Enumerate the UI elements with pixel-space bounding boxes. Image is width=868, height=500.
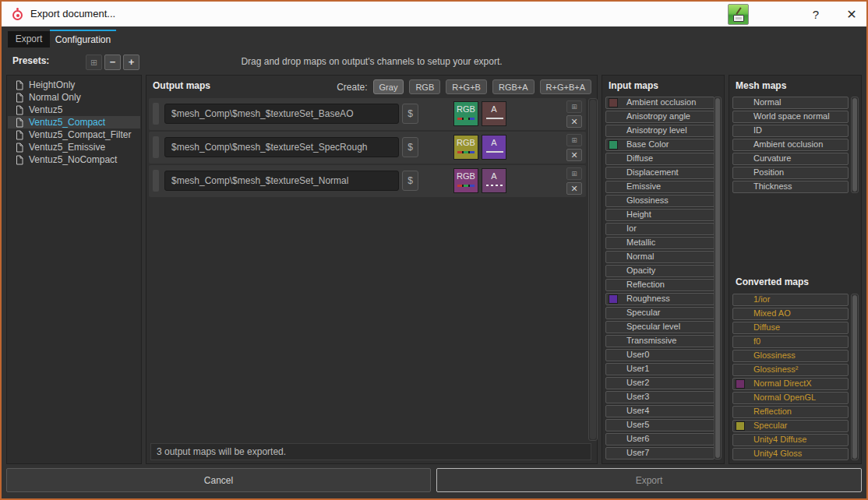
map-item[interactable]: Specular <box>732 420 849 432</box>
map-item[interactable]: Anisotropy angle <box>605 111 715 123</box>
alpha-channel-slot[interactable]: A <box>482 101 506 126</box>
map-item[interactable]: Curvature <box>732 153 849 165</box>
map-item[interactable]: Normal <box>732 97 849 109</box>
map-item[interactable]: Position <box>732 167 849 179</box>
map-item[interactable]: ID <box>732 125 849 137</box>
scrollbar-thumb[interactable] <box>590 100 596 439</box>
map-item[interactable]: Specular level <box>605 321 715 333</box>
rgb-channel-slot[interactable]: RGB <box>453 101 478 126</box>
map-item[interactable]: Normal DirectX <box>732 378 849 390</box>
map-item[interactable]: User3 <box>605 391 715 403</box>
output-path-input[interactable] <box>164 171 399 191</box>
scrollbar-thumb[interactable] <box>852 98 857 192</box>
delete-output-button[interactable]: ✕ <box>566 182 582 195</box>
preset-item[interactable]: HeightOnly <box>8 79 140 91</box>
map-item[interactable]: Normal <box>605 251 715 263</box>
scrollbar-thumb[interactable] <box>715 98 720 458</box>
map-item[interactable]: User5 <box>605 419 715 431</box>
output-path-input[interactable] <box>164 104 399 124</box>
rgb-channel-slot[interactable]: RGB <box>453 135 478 160</box>
map-item[interactable]: User7 <box>605 447 715 460</box>
drag-drop-hint: Drag and drop maps on output's channels … <box>146 56 598 67</box>
map-item[interactable]: Normal OpenGL <box>732 392 849 404</box>
map-item[interactable]: Mixed AO <box>732 308 849 320</box>
delete-output-button[interactable]: ✕ <box>566 149 582 161</box>
window-edit-icon[interactable] <box>728 4 749 25</box>
map-item[interactable]: Ambient occlusion <box>605 97 715 109</box>
add-preset-button[interactable]: + <box>123 55 139 70</box>
input-maps-scrollbar[interactable] <box>714 97 722 460</box>
alpha-channel-slot[interactable]: A <box>482 168 506 193</box>
map-item[interactable]: Thickness <box>732 181 849 193</box>
window-title: Export document... <box>30 2 115 26</box>
help-button[interactable]: ? <box>803 2 829 26</box>
drag-handle[interactable] <box>153 170 159 192</box>
map-item[interactable]: User2 <box>605 377 715 389</box>
map-label: Reflection <box>753 407 792 416</box>
map-item[interactable]: Metallic <box>605 237 715 249</box>
mesh-maps-scrollbar[interactable] <box>851 97 859 193</box>
output-scrollbar[interactable] <box>588 98 598 441</box>
tab-configuration[interactable]: Configuration <box>50 30 116 48</box>
converted-maps-scrollbar[interactable] <box>851 294 859 460</box>
map-item[interactable]: Reflection <box>732 406 849 418</box>
map-item[interactable]: Diffuse <box>605 153 715 165</box>
preset-item[interactable]: Ventuz5_NoCompact <box>8 153 140 166</box>
map-item[interactable]: Ambient occlusion <box>732 139 849 151</box>
export-button[interactable]: Export <box>436 468 862 492</box>
delete-output-button[interactable]: ✕ <box>566 115 582 128</box>
pattern-variable-button[interactable]: $ <box>402 104 418 124</box>
tab-export[interactable]: Export <box>8 31 50 48</box>
preset-item[interactable]: Ventuz5_Compact_Filter <box>8 129 140 141</box>
create-gray-button[interactable]: Gray <box>373 79 404 94</box>
create-rgb-button[interactable]: RGB <box>409 79 440 94</box>
map-item[interactable]: Glossiness <box>605 195 715 207</box>
preset-item[interactable]: Normal Only <box>8 91 140 104</box>
map-item[interactable]: Unity4 Gloss <box>732 448 849 460</box>
rgb-stripe-icon <box>457 185 475 187</box>
map-item[interactable]: User4 <box>605 405 715 417</box>
create-rgba-button[interactable]: RGB+A <box>492 79 535 94</box>
duplicate-output-button[interactable]: ⊞ <box>566 100 582 113</box>
map-item[interactable]: User1 <box>605 363 715 375</box>
cancel-button[interactable]: Cancel <box>6 468 431 492</box>
map-item[interactable]: Displacement <box>605 167 715 179</box>
map-item[interactable]: Unity4 Diffuse <box>732 434 849 446</box>
duplicate-output-button[interactable]: ⊞ <box>566 134 582 146</box>
preset-item[interactable]: Ventuz5_Emissive <box>8 141 140 153</box>
map-item[interactable]: f0 <box>732 336 849 348</box>
pattern-variable-button[interactable]: $ <box>402 137 418 157</box>
create-rgba-button[interactable]: R+G+B+A <box>540 79 591 94</box>
map-item[interactable]: Diffuse <box>732 322 849 334</box>
map-item[interactable]: World space normal <box>732 111 849 123</box>
map-item[interactable]: Height <box>605 209 715 221</box>
drag-handle[interactable] <box>153 136 159 158</box>
map-item[interactable]: Opacity <box>605 265 715 277</box>
duplicate-preset-button[interactable]: ⊞ <box>86 55 102 70</box>
map-item[interactable]: Base Color <box>605 139 715 151</box>
alpha-channel-slot[interactable]: A <box>482 135 506 160</box>
create-rgb-button[interactable]: R+G+B <box>446 79 487 94</box>
drag-handle[interactable] <box>153 103 159 125</box>
map-item[interactable]: Roughness <box>605 293 715 305</box>
preset-item[interactable]: Ventuz5 <box>8 104 140 116</box>
map-item[interactable]: Glossiness <box>732 350 849 362</box>
output-path-input[interactable] <box>164 137 399 157</box>
remove-preset-button[interactable]: − <box>104 55 121 70</box>
duplicate-output-button[interactable]: ⊞ <box>566 167 582 180</box>
map-item[interactable]: User0 <box>605 349 715 361</box>
map-item[interactable]: 1/ior <box>732 294 849 306</box>
map-item[interactable]: Transmissive <box>605 335 715 347</box>
rgb-channel-slot[interactable]: RGB <box>453 168 478 193</box>
map-item[interactable]: Emissive <box>605 181 715 193</box>
map-item[interactable]: Glossiness² <box>732 364 849 376</box>
map-item[interactable]: User6 <box>605 433 715 445</box>
pattern-variable-button[interactable]: $ <box>402 171 418 191</box>
map-item[interactable]: Ior <box>605 223 715 235</box>
preset-item[interactable]: Ventuz5_Compact <box>8 116 140 129</box>
map-item[interactable]: Specular <box>605 307 715 319</box>
close-button[interactable]: ✕ <box>838 2 865 26</box>
scrollbar-thumb[interactable] <box>852 295 857 459</box>
map-item[interactable]: Anisotropy level <box>605 125 715 137</box>
map-item[interactable]: Reflection <box>605 279 715 291</box>
